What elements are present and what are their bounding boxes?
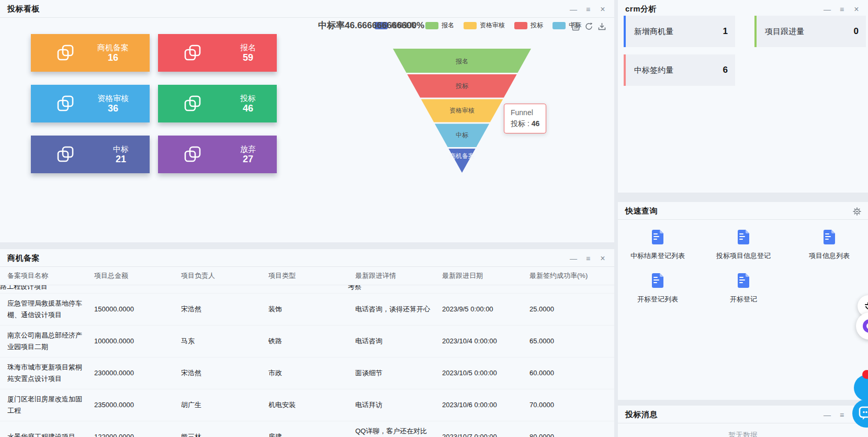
close-icon[interactable]: × <box>852 6 861 13</box>
column-header: 项目类型 <box>268 267 355 285</box>
column-header: 项目负责人 <box>181 267 268 285</box>
funnel-label: 资格审核 <box>449 107 475 114</box>
stat-card-label: 放弃 <box>240 144 256 154</box>
quick-link-win-result-list[interactable]: 中标结果登记列表 <box>613 229 702 261</box>
quick-link-bid-opening-list[interactable]: 开标登记列表 <box>613 273 702 304</box>
column-header: 最新跟进日期 <box>442 267 529 285</box>
document-icon <box>737 273 750 288</box>
crm-analysis-panel: crm分析 — ≡ × 新增商机量 1 项目跟进量 0 中标签约量 6 <box>618 0 868 193</box>
stat-card-label: 报名 <box>240 42 256 52</box>
data-view-icon[interactable] <box>571 22 580 31</box>
bidding-panel-titlebar: 投标看板 — ≡ × <box>0 0 614 18</box>
copy-document-icon <box>183 94 202 113</box>
notification-badge <box>862 370 868 379</box>
quick-panel-title: 快速查询 <box>625 206 658 216</box>
chart-toolbox <box>571 22 606 31</box>
stat-card-zigeshenhe[interactable]: 资格审核36 <box>31 85 150 122</box>
funnel-label: 商机备案 <box>449 152 475 160</box>
table-row[interactable]: 应急管理局救援基地停车棚、通信设计项目 150000.0000 宋浩然 装饰 电… <box>0 294 614 326</box>
funnel-chart-title: 中标率46.666666666600% <box>318 19 424 31</box>
table-panel-titlebar: 商机备案 — ≡ × <box>0 249 614 267</box>
legend-swatch <box>425 22 438 29</box>
column-header: 最新跟进详情 <box>355 267 442 285</box>
refresh-icon[interactable] <box>584 22 593 31</box>
msg-panel-titlebar: 投标消息 — ≡ × <box>618 406 868 423</box>
table-row[interactable]: 路工程设计项目 考察 <box>0 285 614 294</box>
funnel-label: 报名 <box>455 58 468 65</box>
minimize-icon[interactable]: — <box>569 6 578 13</box>
copy-document-icon <box>56 94 75 113</box>
chart-tooltip: Funnel 投标 :46 <box>504 104 546 133</box>
close-icon[interactable]: × <box>599 6 607 13</box>
legend-item-zigeshenhe[interactable]: 资格审核 <box>464 21 505 30</box>
document-icon <box>651 273 664 288</box>
quick-link-bid-opening-reg[interactable]: 开标登记 <box>699 273 788 304</box>
msg-panel-title: 投标消息 <box>625 410 658 420</box>
menu-icon[interactable]: ≡ <box>584 255 592 262</box>
stat-card-zhongbiao[interactable]: 中标21 <box>31 136 150 173</box>
stat-card-value: 27 <box>240 154 256 165</box>
stat-card-value: 59 <box>240 52 256 63</box>
table-body: 路工程设计项目 考察 应急管理局救援基地停车棚、通信设计项目 150000.00… <box>0 285 614 437</box>
stat-card-label: 中标 <box>113 144 129 154</box>
stat-card-shangjibeian[interactable]: 商机备案16 <box>31 34 150 72</box>
copy-document-icon <box>183 145 202 164</box>
table-row[interactable]: 厦门区老旧房屋改造加固工程 235000.0000 胡广生 机电安装 电话拜访 … <box>0 389 614 421</box>
opportunity-table-panel: 商机备案 — ≡ × 备案项目名称 项目总金额 项目负责人 项目类型 最新跟进详… <box>0 249 614 437</box>
stat-card-label: 资格审核 <box>97 93 129 103</box>
quick-query-panel: 快速查询 中标结果登记列表 投标项目信息登记 项目信息列表 开标登记列表 开标登… <box>618 202 868 400</box>
menu-icon[interactable]: ≡ <box>584 6 592 13</box>
stat-card-fangqi[interactable]: 放弃27 <box>158 136 277 173</box>
purple-ring-icon <box>863 319 868 333</box>
tooltip-item-value: 46 <box>532 119 540 128</box>
menu-icon[interactable]: ≡ <box>838 411 846 419</box>
legend-item-toubiao[interactable]: 投标 <box>514 21 543 30</box>
copy-document-icon <box>56 43 75 62</box>
table-row[interactable]: 水景华庭工程建设项目 122000.0000 熊三林 房建 QQ详聊，客户还在对… <box>0 421 614 437</box>
legend-swatch <box>553 22 566 29</box>
bid-message-panel: 投标消息 — ≡ × 暂无数据 <box>618 406 868 437</box>
quick-link-bid-project-info-reg[interactable]: 投标项目信息登记 <box>699 229 788 261</box>
quick-link-project-info-list[interactable]: 项目信息列表 <box>785 229 868 261</box>
download-icon[interactable] <box>598 22 606 31</box>
crm-panel-title: crm分析 <box>625 4 657 14</box>
tooltip-item-label: 投标 : <box>511 119 529 128</box>
crm-card-won-contracts[interactable]: 中标签约量 6 <box>624 54 735 86</box>
document-icon <box>651 229 664 245</box>
tooltip-series-name: Funnel <box>511 108 539 117</box>
bidding-panel-title: 投标看板 <box>7 4 40 14</box>
minimize-icon[interactable]: — <box>823 6 831 13</box>
column-header: 备案项目名称 <box>7 267 94 285</box>
document-icon <box>822 229 836 245</box>
gear-icon[interactable] <box>853 207 861 216</box>
table-row[interactable]: 南京公司南昌总部经济产业园项目二期 100000.0000 马东 铁路 电话咨询… <box>0 326 614 357</box>
stat-card-label: 投标 <box>240 93 256 103</box>
legend-swatch <box>514 22 527 29</box>
stat-card-value: 46 <box>240 103 256 114</box>
funnel-label: 投标 <box>455 82 469 89</box>
funnel-label: 中标 <box>456 131 469 139</box>
close-icon[interactable]: × <box>599 255 607 262</box>
stat-card-value: 36 <box>97 103 129 114</box>
table-row[interactable]: 珠海市城市更新项目紫桐苑安置点设计项目 230000.0000 宋浩然 市政 面… <box>0 357 614 389</box>
crm-card-project-followup[interactable]: 项目跟进量 0 <box>754 16 866 47</box>
chat-bubble-icon <box>859 406 868 421</box>
stat-card-value: 16 <box>97 52 129 63</box>
minimize-icon[interactable]: — <box>823 411 831 419</box>
table-header-row: 备案项目名称 项目总金额 项目负责人 项目类型 最新跟进详情 最新跟进日期 最新… <box>0 267 614 285</box>
column-header: 项目总金额 <box>94 267 181 285</box>
bidding-dashboard-panel: 投标看板 — ≡ × 商机备案16 报名59 资格审核36 投标46 中标21 <box>0 0 614 242</box>
crm-panel-titlebar: crm分析 — ≡ × <box>618 0 868 17</box>
legend-swatch <box>464 22 477 29</box>
copy-document-icon <box>56 145 75 164</box>
column-header: 最新签约成功率(%) <box>529 267 614 285</box>
minimize-icon[interactable]: — <box>569 255 578 262</box>
stat-card-value: 21 <box>113 154 129 165</box>
glyph-icon <box>864 301 868 311</box>
crm-card-new-opportunities[interactable]: 新增商机量 1 <box>624 16 735 47</box>
menu-icon[interactable]: ≡ <box>838 6 846 13</box>
legend-item-baoming[interactable]: 报名 <box>425 21 454 30</box>
quick-panel-titlebar: 快速查询 <box>618 202 868 220</box>
stat-card-baoming[interactable]: 报名59 <box>158 34 277 72</box>
stat-card-toubiao[interactable]: 投标46 <box>158 85 277 122</box>
